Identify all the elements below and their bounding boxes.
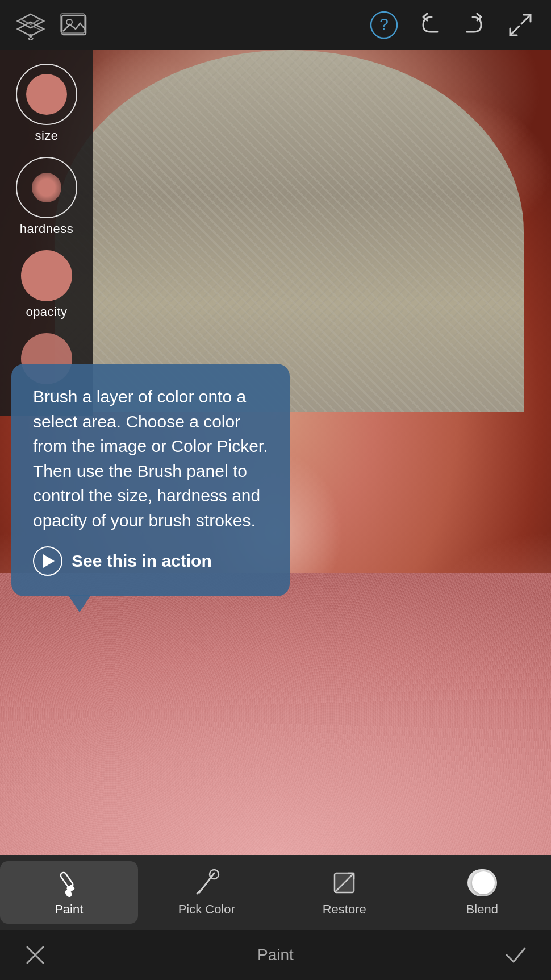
blend-toggle[interactable] (467, 869, 497, 896)
svg-line-9 (521, 15, 531, 24)
expand-button[interactable] (503, 8, 537, 42)
pick-color-icon (192, 868, 222, 898)
tool-paint[interactable]: Paint (0, 861, 138, 924)
restore-label: Restore (323, 902, 366, 917)
blend-toggle-knob (472, 871, 495, 894)
top-bar-left (14, 8, 91, 42)
play-icon (43, 554, 55, 568)
size-button[interactable] (16, 64, 77, 125)
svg-line-10 (510, 26, 519, 35)
svg-line-16 (197, 890, 201, 894)
opacity-label: opacity (26, 305, 67, 319)
tool-pick-color[interactable]: Pick Color (138, 861, 276, 924)
blend-toggle-icon[interactable] (467, 868, 497, 898)
size-control: size (16, 59, 77, 148)
hardness-indicator (32, 173, 61, 202)
help-button[interactable]: ? (367, 8, 401, 42)
svg-line-14 (199, 873, 214, 892)
hardness-control: hardness (16, 152, 77, 241)
size-indicator (26, 74, 67, 115)
restore-icon (329, 868, 359, 898)
hardness-label: hardness (20, 222, 74, 236)
tooltip-popup: Brush a layer of color onto a select are… (11, 364, 290, 596)
blend-label: Blend (466, 902, 498, 917)
tooltip-text: Brush a layer of color onto a select are… (33, 384, 268, 533)
undo-button[interactable] (412, 8, 446, 42)
hardness-button[interactable] (16, 157, 77, 218)
layers-button[interactable] (14, 8, 48, 42)
bottom-action-bar: Paint (0, 930, 551, 980)
confirm-button[interactable] (501, 940, 531, 970)
see-in-action-label: See this in action (72, 551, 212, 571)
redo-button[interactable] (458, 8, 492, 42)
action-title: Paint (50, 946, 501, 964)
size-label: size (35, 128, 58, 143)
blanket-overlay (0, 573, 551, 855)
pick-color-label: Pick Color (178, 902, 235, 917)
svg-text:?: ? (379, 15, 389, 33)
top-bar-right: ? (367, 8, 537, 42)
gallery-button[interactable] (57, 8, 91, 42)
tool-blend[interactable]: Blend (414, 861, 552, 924)
hat-overlay (55, 50, 524, 412)
tool-restore[interactable]: Restore (276, 861, 414, 924)
top-bar: ? (0, 0, 551, 50)
brush-panel: size hardness opacity color (0, 50, 93, 416)
paint-icon (54, 868, 84, 898)
play-button[interactable] (33, 546, 62, 576)
opacity-button[interactable] (21, 250, 72, 301)
paint-label: Paint (55, 902, 83, 917)
see-in-action-button[interactable]: See this in action (33, 546, 268, 576)
opacity-control: opacity (21, 246, 72, 324)
cancel-button[interactable] (20, 940, 50, 970)
bottom-toolbar: Paint Pick Color Restore (0, 855, 551, 930)
